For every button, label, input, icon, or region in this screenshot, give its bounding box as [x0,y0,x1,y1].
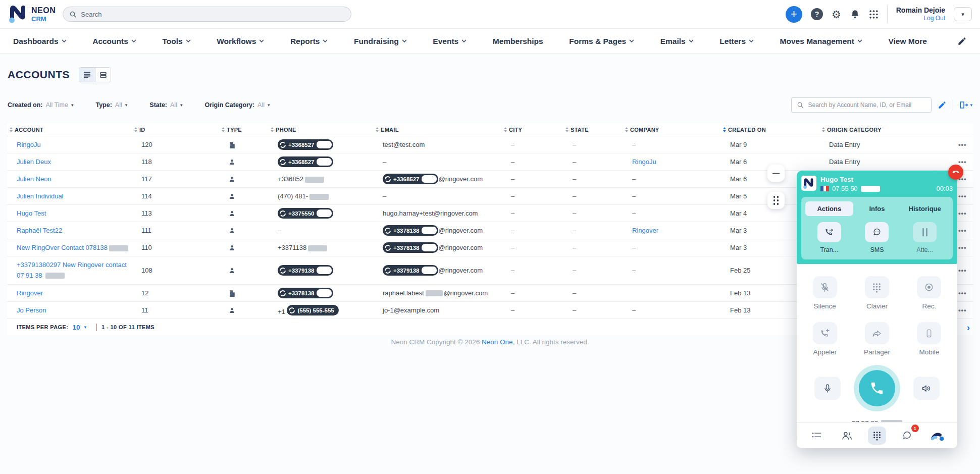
user-menu-button[interactable]: ▾ [954,7,972,21]
row-actions-icon[interactable]: ••• [958,141,967,148]
record-button[interactable]: Rec. [903,276,955,310]
nav-fundraising[interactable]: Fundraising [354,37,407,46]
neon-crm-logo[interactable]: NEON CRM [8,5,56,24]
ringover-logo[interactable] [928,427,946,445]
ringover-phone-badge[interactable]: (555) 555-555 [287,305,338,315]
nav-forms-pages[interactable]: Forms & Pages [569,37,634,46]
account-link[interactable]: Ringover [17,289,43,297]
nav-view-more[interactable]: View More [889,37,927,46]
nav-events[interactable]: Events [433,37,467,46]
account-link[interactable]: Julien Deux [17,158,51,166]
logout-link[interactable]: Log Out [896,15,945,22]
contacts-nav-icon[interactable] [838,427,856,445]
global-search-input[interactable] [81,11,345,18]
nav-letters[interactable]: Letters [719,37,754,46]
account-link[interactable]: Julien Individual [17,192,64,200]
global-search[interactable] [63,7,351,22]
ringover-email-badge[interactable]: +3378138 [383,242,438,253]
sort-icon[interactable] [271,127,274,132]
account-link[interactable]: RingoJu [17,141,41,148]
card-view-button[interactable] [95,68,111,82]
apps-grid-icon[interactable] [869,10,879,19]
edit-columns-pencil-icon[interactable] [938,100,947,110]
ringover-phone-badge[interactable]: +3375550 [278,208,333,219]
settings-gear-icon[interactable]: ⚙ [832,9,841,20]
nav-workflows[interactable]: Workflows [217,37,264,46]
ringover-email-badge[interactable]: +3379138 [383,265,438,276]
table-search-input[interactable] [808,101,926,109]
transfer-button[interactable]: Tran... [805,222,853,253]
dialer-nav-icon[interactable] [868,427,886,445]
account-link[interactable]: Raphaël Test22 [17,227,62,234]
widget-drag-handle[interactable] [767,192,785,209]
new-call-button[interactable]: Appeler [799,322,851,356]
next-page-arrow[interactable]: › [967,323,970,332]
nav-tools[interactable]: Tools [162,37,190,46]
mute-button[interactable]: Silence [799,276,851,310]
sort-icon[interactable] [565,127,569,132]
nav-accounts[interactable]: Accounts [92,37,136,46]
items-per-page-select[interactable]: 10 [72,324,80,331]
ringover-phone-badge[interactable]: +3379138 [278,265,333,276]
tab-infos[interactable]: Infos [853,201,901,216]
account-link[interactable]: Hugo Test [17,209,46,217]
activity-log-nav-icon[interactable] [808,427,826,445]
messages-nav-icon[interactable]: 1 [898,427,916,445]
list-view-button[interactable] [79,68,95,82]
microphone-button[interactable] [814,377,841,400]
row-actions-icon[interactable]: ••• [958,244,967,251]
sort-icon[interactable] [822,127,825,132]
row-actions-icon[interactable]: ••• [958,192,967,200]
widget-minimize-button[interactable]: — [767,165,785,182]
ringover-phone-badge[interactable]: +3368527 [278,139,333,150]
account-link[interactable]: Jo Person [17,306,46,314]
keypad-button[interactable]: Clavier [851,276,903,310]
hangup-button[interactable] [948,165,963,180]
sort-icon[interactable] [10,127,13,132]
edit-nav-pencil-icon[interactable] [957,36,967,46]
filter-state[interactable]: State: All ▾ [149,101,182,109]
filter-created-on[interactable]: Created on: All Time ▾ [8,101,73,109]
company-link[interactable]: RingoJu [632,158,656,166]
sort-icon[interactable] [625,127,628,132]
account-link[interactable]: +33791380297 New Ringover contact 07 91 … [17,261,127,279]
share-button[interactable]: Partager [851,322,903,356]
nav-reports[interactable]: Reports [290,37,328,46]
row-actions-icon[interactable]: ••• [958,306,967,314]
notifications-bell-icon[interactable] [850,9,860,20]
row-actions-icon[interactable]: ••• [958,289,967,297]
speaker-button[interactable] [913,377,940,400]
sort-icon[interactable] [134,127,137,132]
nav-emails[interactable]: Emails [660,37,694,46]
call-button[interactable] [854,365,900,411]
ringover-email-badge[interactable]: +3378138 [383,225,438,236]
row-actions-icon[interactable]: ••• [958,209,967,217]
ringover-phone-badge[interactable]: +3368527 [278,156,333,167]
add-button[interactable]: + [786,6,802,23]
nav-dashboards[interactable]: Dashboards [13,37,67,46]
hold-button[interactable]: Atte... [901,222,949,253]
table-search[interactable] [791,97,932,113]
nav-memberships[interactable]: Memberships [493,37,543,46]
sort-icon[interactable] [222,127,225,132]
neon-one-link[interactable]: Neon One [482,338,513,346]
filter-type[interactable]: Type: All ▾ [95,101,127,109]
filter-origin-category[interactable]: Origin Category: All ▾ [204,101,270,109]
sms-button[interactable]: SMS [853,222,901,253]
ringover-phone-badge[interactable]: +3378138 [278,288,333,298]
sort-icon-active[interactable] [723,127,726,132]
ringover-email-badge[interactable]: +3368527 [383,174,438,184]
company-link[interactable]: Ringover [632,227,658,234]
tab-historique[interactable]: Historique [901,201,949,216]
sort-icon[interactable] [376,127,379,132]
row-actions-icon[interactable]: ••• [958,158,967,166]
caret-down-icon[interactable]: ▾ [84,325,86,330]
row-actions-icon[interactable]: ••• [958,227,967,234]
account-link[interactable]: Julien Neon [17,175,51,183]
mobile-button[interactable]: Mobile [903,322,955,356]
nav-moves-management[interactable]: Moves Management [780,37,862,46]
account-link[interactable]: New RingOver Contact 078138 [17,244,128,251]
tab-actions[interactable]: Actions [805,201,853,216]
help-icon[interactable]: ? [811,8,823,20]
sort-icon[interactable] [504,127,507,132]
